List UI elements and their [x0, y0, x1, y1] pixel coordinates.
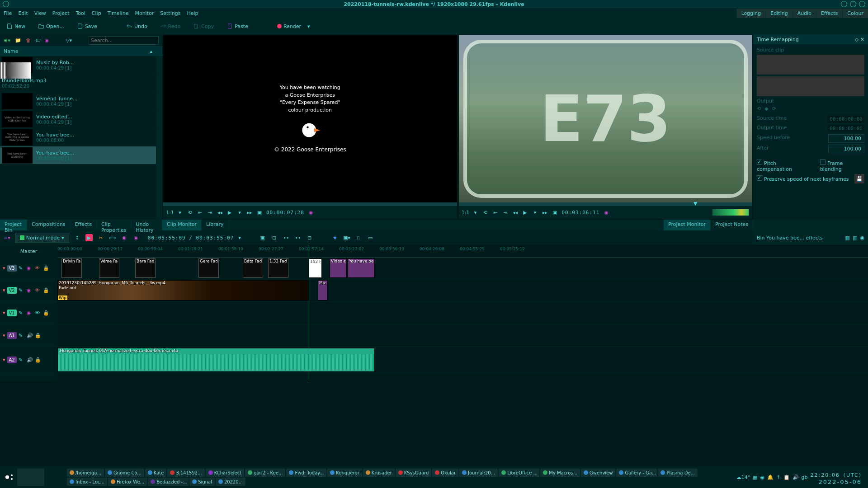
out-time-value[interactable]: 00:00:00:00 [828, 125, 864, 132]
track-a2[interactable]: .Hungarian Tunnels 01A-normalized-extra-… [57, 347, 868, 373]
extract-icon[interactable]: ⊟ [306, 234, 313, 241]
taskbar-task[interactable]: Gwenview [581, 469, 615, 477]
edit-mode-select[interactable]: Normal mode▾ [15, 233, 69, 243]
lock-icon[interactable]: 🔒 [35, 333, 41, 338]
edit-icon[interactable]: ✎ [19, 333, 25, 338]
tab-project-notes[interactable]: Project Notes [711, 220, 753, 230]
title-clip[interactable]: Drivin Fade [61, 258, 82, 278]
taskbar-task[interactable]: 3.141592... [167, 469, 204, 477]
taskbar-task[interactable]: Plasma De... [658, 469, 698, 477]
title-clip[interactable]: Bara Fade [135, 258, 156, 278]
tray-icon[interactable]: 📋 [783, 474, 790, 480]
copy-button[interactable]: Copy [190, 21, 217, 31]
close-icon[interactable] [859, 1, 865, 7]
forward-icon[interactable]: ▸▸ [542, 209, 548, 216]
mute-icon[interactable]: 👁 [35, 265, 41, 271]
minimize-icon[interactable] [841, 1, 847, 7]
preserve-checkbox[interactable] [757, 175, 762, 181]
bin-item[interactable]: Video edited using KDE KdenliveVideo edi… [0, 110, 162, 128]
taskbar-task[interactable]: KCharSelect [206, 469, 244, 477]
app-menu-icon[interactable] [3, 1, 9, 7]
layout-audio[interactable]: Audio [793, 9, 816, 18]
mute-icon[interactable]: 🔊 [27, 357, 33, 363]
menu-view[interactable]: View [34, 10, 46, 16]
bin-item[interactable]: You have been watching a Goose Enterpris… [0, 128, 162, 146]
taskbar-task[interactable]: My Macros... [540, 469, 580, 477]
apply-icon[interactable]: 💾 [854, 174, 864, 183]
tray-icon[interactable]: ▦ [753, 474, 757, 480]
src-time-value[interactable]: 00:00:00:00 [828, 115, 864, 123]
edit-icon[interactable]: ✎ [19, 287, 25, 293]
preview-icon[interactable]: ▣▾ [343, 234, 350, 241]
bin-scrollbar[interactable] [156, 56, 162, 220]
menu-file[interactable]: File [4, 10, 12, 16]
expand-icon[interactable]: ▾ [3, 357, 5, 363]
lock-icon[interactable]: 🔒 [43, 287, 49, 293]
taskbar-task[interactable]: garf2 - Kee... [245, 469, 285, 477]
undo-button[interactable]: Undo [123, 21, 150, 31]
menu-help[interactable]: Help [187, 10, 198, 16]
taskbar-task[interactable]: Okular [432, 469, 458, 477]
bin-item[interactable]: thunderbirds.mp300:02:52:20 [0, 74, 162, 92]
taskbar-task[interactable]: Firefox We... [108, 478, 147, 486]
track-v3[interactable]: Drivin FadeVéme FadeBara FadeGere FadeBá… [57, 258, 868, 279]
loop-icon[interactable]: ⟲ [482, 209, 489, 216]
bin-item[interactable]: Véménd Tunne...00:00:04:29 [1] [0, 92, 162, 110]
tab-project-bin[interactable]: Project Bin [0, 220, 27, 230]
mute-icon[interactable]: 🔊 [27, 333, 33, 338]
mute-icon[interactable]: 👁 [35, 310, 41, 316]
taskbar-task[interactable]: Konqueror [327, 469, 362, 477]
tag-icon[interactable]: 🏷 [35, 38, 40, 43]
clip-monitor-view[interactable]: You have been watching a Goose Enterpris… [163, 35, 457, 202]
bin-item[interactable]: You have been watchingYou have bee...00:… [0, 146, 162, 164]
app-launcher[interactable] [3, 468, 66, 487]
tool-icon[interactable]: ↕ [74, 234, 81, 241]
eff-split-icon[interactable]: ▥ [853, 235, 857, 241]
track-header-a2[interactable]: ▾A2✎🔊🔒 [0, 347, 57, 373]
ripple-icon[interactable]: ◉ [121, 234, 128, 241]
track-header-v3[interactable]: ▾V3✎◉👁🔒 [0, 258, 57, 279]
video-clip[interactable]: 20191230t145289_Hungarian_M6_Tunnels__3w… [57, 280, 309, 300]
tray-icon[interactable]: 🔔 [767, 474, 774, 480]
menu-tool[interactable]: Tool [75, 10, 85, 16]
lock-icon[interactable]: 🔒 [35, 357, 41, 363]
title-clip[interactable]: Véme Fade [99, 258, 119, 278]
taskbar-task[interactable]: Fwd: Today... [286, 469, 326, 477]
select-tool-icon[interactable]: ▶ [85, 234, 93, 241]
menu-project[interactable]: Project [52, 10, 70, 16]
project-monitor-view[interactable]: E73 [459, 35, 753, 202]
taskbar-task[interactable]: Kate [145, 469, 167, 477]
tab-clip-monitor[interactable]: Clip Monitor [162, 220, 202, 230]
expand-icon[interactable]: ▾ [3, 287, 5, 293]
expand-icon[interactable]: ▾ [3, 310, 5, 316]
title-clip[interactable]: Báta Fade [243, 258, 263, 278]
tab-project-monitor[interactable]: Project Monitor [664, 220, 711, 230]
effects-icon[interactable]: ◉ [603, 209, 609, 216]
color-icon[interactable]: ◉ [45, 38, 49, 43]
play-icon[interactable]: ▶ [226, 209, 233, 216]
title-clip[interactable]: You have be [348, 258, 375, 278]
filter-icon[interactable]: ▽▾ [66, 38, 72, 43]
project-scrubber[interactable]: ▼ [459, 202, 753, 206]
title-clip[interactable]: 192 Fade [308, 258, 322, 278]
favorite-icon[interactable]: ★ [331, 234, 339, 241]
clip-scrubber[interactable] [163, 202, 457, 206]
track-comp-icon[interactable]: ≡▾ [4, 235, 10, 241]
mute-icon[interactable]: 👁 [35, 287, 41, 293]
timeline-timecode[interactable]: 00:05:55:09 / 00:03:55:07 [148, 235, 234, 241]
clock[interactable]: 22:20:06 (UTC) 2022-05-06 [810, 469, 862, 485]
track-v1[interactable] [57, 302, 868, 324]
insert-icon[interactable]: •• [283, 234, 290, 241]
in-icon[interactable]: ⇤ [492, 209, 499, 216]
tab-library[interactable]: Library [202, 220, 228, 230]
taskbar-task[interactable]: 20220... [216, 478, 245, 486]
menu-monitor[interactable]: Monitor [135, 10, 154, 16]
delete-icon[interactable]: 🗑 [26, 38, 31, 43]
tab-undo-history[interactable]: Undo History [132, 220, 163, 230]
edit-icon[interactable]: ✎ [19, 265, 25, 271]
taskbar-task[interactable]: KSysGuard [396, 469, 432, 477]
next-kf-icon[interactable]: ⟳ [772, 106, 776, 112]
panel-close-icon[interactable]: ◇ ✕ [855, 37, 864, 42]
layout-logging[interactable]: Logging [736, 9, 766, 18]
forward-icon[interactable]: ▸▸ [246, 209, 253, 216]
